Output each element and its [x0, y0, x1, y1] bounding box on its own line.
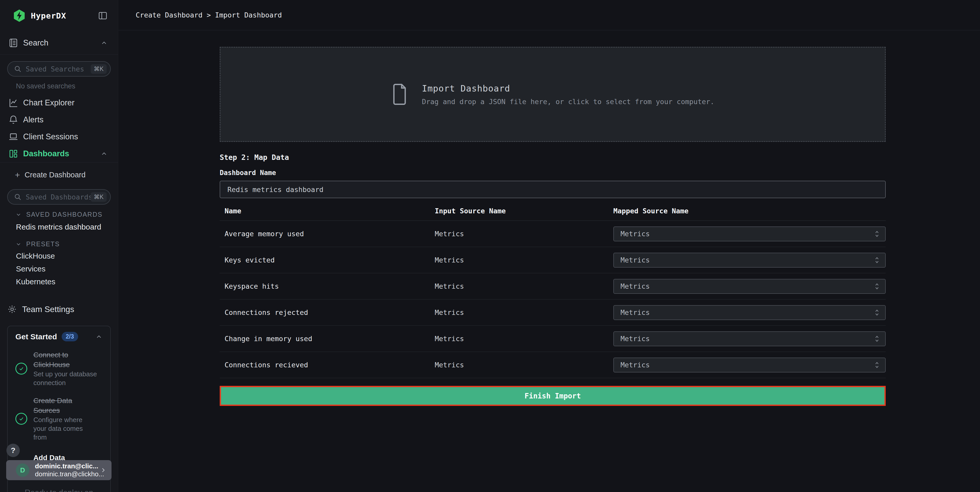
- task-title: Connect to ClickHouse: [33, 350, 98, 369]
- saved-dashboards-input[interactable]: [26, 193, 91, 201]
- finish-import-button[interactable]: Finish Import: [220, 386, 886, 406]
- dashboard-name-input[interactable]: [220, 181, 886, 198]
- presets-list: ClickHouseServicesKubernetes: [0, 252, 118, 287]
- sidebar-item-search[interactable]: Search: [0, 31, 118, 55]
- nav-label: Client Sessions: [23, 132, 108, 142]
- journal-icon: [8, 38, 19, 48]
- laptop-icon: [8, 132, 19, 142]
- check-circle-icon: [16, 413, 27, 425]
- nav-label: Chart Explorer: [23, 98, 108, 107]
- shortcut-badge: ⌘K: [91, 64, 107, 74]
- mapped-source-select[interactable]: Metrics: [613, 226, 886, 241]
- user-email: dominic.tran@clickho...: [35, 470, 100, 478]
- mapped-source-select[interactable]: Metrics: [613, 279, 886, 294]
- select-updown-icon: [874, 361, 880, 369]
- help-button[interactable]: ?: [6, 444, 20, 457]
- create-dashboard-button[interactable]: + Create Dashboard: [0, 167, 118, 183]
- chevron-up-icon: [100, 150, 108, 157]
- saved-searches-search[interactable]: ⌘K: [7, 61, 111, 76]
- table-row: Change in memory used Metrics Metrics: [220, 326, 886, 352]
- table-row: Connections rejected Metrics Metrics: [220, 299, 886, 326]
- dropzone-subtitle: Drag and drop a JSON file here, or click…: [422, 98, 714, 106]
- sidebar-item-alerts[interactable]: Alerts: [0, 111, 118, 128]
- task-create-data-sources[interactable]: Create Data Sources Configure where your…: [16, 396, 102, 442]
- select-updown-icon: [874, 282, 880, 290]
- sidebar-item-client-sessions[interactable]: Client Sessions: [0, 128, 118, 145]
- mapped-source-select[interactable]: Metrics: [613, 253, 886, 267]
- select-updown-icon: [874, 309, 880, 317]
- metric-name: Change in memory used: [220, 335, 435, 343]
- preset-item[interactable]: Kubernetes: [16, 277, 118, 287]
- column-header: Mapped Source Name: [613, 207, 886, 215]
- input-source-name: Metrics: [435, 361, 613, 369]
- clickhouse-cloud-promo: Ready to deploy on ClickHouse Cloud?: [16, 487, 102, 492]
- task-title: Create Data Sources: [33, 396, 98, 416]
- app-title: HyperDX: [31, 11, 98, 20]
- gear-icon: [7, 304, 17, 314]
- chevron-up-icon: [100, 39, 108, 46]
- preset-item[interactable]: ClickHouse: [16, 252, 118, 261]
- metric-name: Connections rejected: [220, 309, 435, 317]
- table-row: Connections recieved Metrics Metrics: [220, 352, 886, 378]
- column-header: Input Source Name: [435, 207, 613, 215]
- chevron-up-icon[interactable]: [95, 333, 102, 340]
- input-source-name: Metrics: [435, 256, 613, 264]
- mapped-source-select[interactable]: Metrics: [613, 305, 886, 320]
- saved-dashboards-section-header[interactable]: SAVED DASHBOARDS: [16, 211, 118, 218]
- mapped-source-select[interactable]: Metrics: [613, 331, 886, 346]
- metric-name: Connections recieved: [220, 361, 435, 369]
- avatar: D: [16, 463, 29, 477]
- task-desc: Set up your database connection: [33, 369, 97, 387]
- user-menu[interactable]: D dominic.tran@clic... dominic.tran@clic…: [6, 460, 111, 480]
- table-row: Keys evicted Metrics Metrics: [220, 247, 886, 273]
- dashboard-grid-icon: [8, 148, 19, 159]
- input-source-name: Metrics: [435, 282, 613, 290]
- get-started-title: Get Started: [16, 332, 57, 341]
- nav-label: Alerts: [23, 115, 108, 124]
- select-updown-icon: [874, 335, 880, 343]
- chevron-down-icon: [16, 212, 22, 218]
- select-updown-icon: [874, 256, 880, 264]
- sidebar: HyperDX Search ⌘K No saved searches Char…: [0, 0, 118, 492]
- table-row: Average memory used Metrics Metrics: [220, 221, 886, 247]
- input-source-name: Metrics: [435, 309, 613, 317]
- task-connect-clickhouse[interactable]: Connect to ClickHouse Set up your databa…: [16, 350, 102, 387]
- nav-label: Dashboards: [23, 149, 100, 158]
- user-name: dominic.tran@clic...: [35, 462, 100, 470]
- main-area: Create Dashboard > Import Dashboard Impo…: [118, 0, 980, 492]
- chevron-down-icon: [16, 241, 22, 247]
- chart-icon: [8, 98, 19, 108]
- get-started-progress-badge: 2/3: [62, 332, 78, 341]
- saved-searches-input[interactable]: [26, 65, 91, 73]
- sidebar-item-dashboards[interactable]: Dashboards: [0, 145, 118, 162]
- saved-dashboards-search[interactable]: ⌘K: [7, 189, 111, 205]
- metric-name: Average memory used: [220, 230, 435, 238]
- metric-name: Keyspace hits: [220, 282, 435, 290]
- table-row: Keyspace hits Metrics Metrics: [220, 273, 886, 299]
- file-icon: [391, 83, 408, 106]
- sidebar-nav: Chart Explorer Alerts Client Sessions Da…: [0, 94, 118, 162]
- bell-icon: [8, 115, 19, 125]
- input-source-name: Metrics: [435, 230, 613, 238]
- preset-item[interactable]: Services: [16, 264, 118, 274]
- metric-name: Keys evicted: [220, 256, 435, 264]
- sidebar-item-team-settings[interactable]: Team Settings: [0, 304, 118, 314]
- search-icon: [14, 65, 22, 73]
- check-circle-icon: [16, 363, 27, 374]
- plus-icon: +: [15, 170, 20, 179]
- dashboard-name-label: Dashboard Name: [220, 169, 886, 177]
- saved-dashboard-item[interactable]: Redis metrics dashboard: [16, 222, 118, 232]
- import-dropzone[interactable]: Import Dashboard Drag and drop a JSON fi…: [220, 47, 886, 142]
- shortcut-badge: ⌘K: [91, 192, 107, 202]
- sidebar-item-chart-explorer[interactable]: Chart Explorer: [0, 94, 118, 111]
- task-desc: Configure where your data comes from: [33, 416, 97, 442]
- dropzone-title: Import Dashboard: [422, 83, 714, 94]
- mapped-source-select[interactable]: Metrics: [613, 358, 886, 373]
- sidebar-collapse-icon[interactable]: [98, 11, 108, 21]
- sidebar-item-label: Search: [23, 38, 100, 48]
- search-icon: [14, 193, 22, 201]
- logo-row: HyperDX: [0, 0, 118, 31]
- presets-section-header[interactable]: PRESETS: [16, 240, 118, 248]
- mapping-table-body: Average memory used Metrics Metrics Keys…: [220, 221, 886, 378]
- step-label: Step 2: Map Data: [220, 153, 886, 162]
